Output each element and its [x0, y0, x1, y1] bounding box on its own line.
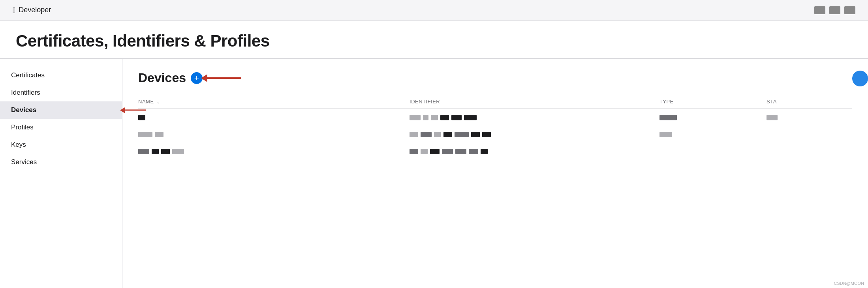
redacted-id-3c: [430, 149, 440, 154]
redacted-id-3a: [410, 149, 418, 154]
redacted-id-2d: [443, 132, 452, 137]
sidebar-arrow-line: [124, 110, 146, 111]
sidebar-label-services: Services: [11, 158, 37, 166]
brand-logo[interactable]:  Developer: [13, 6, 51, 14]
row-type-cell: [659, 143, 767, 160]
content-title: Devices: [138, 71, 186, 85]
devices-table: NAME ⌄ IDENTIFIER TYPE STA: [138, 95, 852, 160]
redacted-name-3d: [172, 149, 184, 154]
sidebar-item-profiles[interactable]: Profiles: [0, 119, 122, 136]
redacted-id-3g: [481, 149, 488, 154]
redacted-id-2c: [434, 132, 441, 137]
sidebar-label-profiles: Profiles: [11, 123, 34, 131]
row-status-cell: [767, 143, 852, 160]
redacted-name-3c: [161, 149, 170, 154]
nav-icon-3[interactable]: [844, 6, 855, 14]
redacted-name-3b: [152, 149, 159, 154]
top-navigation:  Developer: [0, 0, 868, 21]
arrow-line: [206, 77, 241, 79]
redacted-id-1f: [464, 115, 477, 120]
row-identifier-cell: [410, 143, 659, 160]
sidebar-item-identifiers[interactable]: Identifiers: [0, 84, 122, 101]
row-type-cell: [659, 126, 767, 143]
redacted-name-2b: [155, 132, 163, 137]
sidebar-arrow-annotation: [124, 110, 146, 111]
right-panel-indicator: [852, 71, 868, 86]
col-header-type: TYPE: [659, 95, 767, 109]
table-row[interactable]: [138, 143, 852, 160]
brand-name: Developer: [19, 6, 51, 14]
redacted-id-2b: [421, 132, 432, 137]
row-status-cell: [767, 109, 852, 126]
redacted-id-3f: [469, 149, 478, 154]
sidebar-item-devices[interactable]: Devices: [0, 101, 122, 119]
redacted-id-1b: [423, 115, 428, 120]
row-identifier-cell: [410, 126, 659, 143]
redacted-id-1e: [451, 115, 462, 120]
redacted-id-1a: [410, 115, 421, 120]
row-name-cell: [138, 126, 410, 143]
redacted-type-2: [659, 132, 672, 137]
content-area: Devices + NAME ⌄ IDENTIFIER: [122, 59, 868, 288]
sidebar-item-services[interactable]: Services: [0, 153, 122, 171]
redacted-name-2a: [138, 132, 152, 137]
redacted-id-2e: [455, 132, 469, 137]
col-header-identifier: IDENTIFIER: [410, 95, 659, 109]
row-type-cell: [659, 109, 767, 126]
watermark: CSDN@MOON: [834, 281, 864, 286]
redacted-id-3e: [455, 149, 466, 154]
redacted-id-1c: [431, 115, 438, 120]
redacted-id-2a: [410, 132, 418, 137]
table-row[interactable]: [138, 126, 852, 143]
redacted-id-2g: [482, 132, 491, 137]
apple-logo-icon: : [13, 6, 15, 14]
add-button-with-arrow: +: [191, 72, 203, 84]
add-button-arrow-annotation: [206, 77, 241, 79]
nav-icon-2[interactable]: [829, 6, 840, 14]
redacted-id-3d: [442, 149, 453, 154]
page-title: Certificates, Identifiers & Profiles: [16, 32, 852, 50]
row-name-cell: [138, 109, 410, 126]
table-row[interactable]: [138, 109, 852, 126]
sidebar-label-keys: Keys: [11, 141, 26, 148]
redacted-id-3b: [421, 149, 428, 154]
sidebar-label-identifiers: Identifiers: [11, 89, 40, 96]
redacted-type-1: [659, 115, 677, 120]
table-header: NAME ⌄ IDENTIFIER TYPE STA: [138, 95, 852, 109]
sidebar-label-devices: Devices: [11, 106, 36, 114]
col-header-status: STA: [767, 95, 852, 109]
row-status-cell: [767, 126, 852, 143]
sidebar: Certificates Identifiers Devices Profile…: [0, 59, 122, 288]
row-name-cell: [138, 143, 410, 160]
main-layout: Certificates Identifiers Devices Profile…: [0, 59, 868, 288]
page-header: Certificates, Identifiers & Profiles: [0, 21, 868, 59]
sidebar-item-keys[interactable]: Keys: [0, 136, 122, 153]
col-header-name[interactable]: NAME ⌄: [138, 95, 410, 109]
nav-icon-1[interactable]: [814, 6, 825, 14]
redacted-name-1: [138, 115, 145, 120]
content-header: Devices +: [138, 71, 852, 85]
redacted-name-3a: [138, 149, 149, 154]
redacted-id-2f: [471, 132, 480, 137]
row-identifier-cell: [410, 109, 659, 126]
top-nav-right: [814, 6, 855, 14]
sidebar-label-certificates: Certificates: [11, 71, 45, 79]
sidebar-item-certificates[interactable]: Certificates: [0, 67, 122, 84]
redacted-id-1d: [440, 115, 449, 120]
sort-icon: ⌄: [157, 100, 160, 104]
redacted-status-1: [767, 115, 778, 120]
